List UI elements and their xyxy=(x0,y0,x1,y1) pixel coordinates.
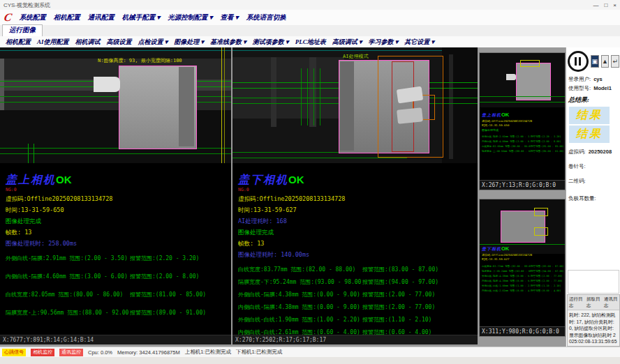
tool-test-params[interactable]: 测试项参数 ▾ xyxy=(253,38,289,47)
menu-comm-config[interactable]: 通讯配置 xyxy=(88,13,115,22)
side-empty-box xyxy=(568,270,619,294)
close-button[interactable]: × xyxy=(613,2,617,8)
tool-spot-check[interactable]: 点检设置 ▾ xyxy=(138,38,168,47)
cell-shade xyxy=(340,61,354,151)
alarm-range: 报警范围:(94.00 - 97.00) xyxy=(531,269,564,273)
camera-name: 盖下相机 xyxy=(238,174,288,185)
control-buttons: ▣ ▲ ↵ xyxy=(566,47,620,75)
memory-usage: Memory: 3424.41796875M xyxy=(117,349,180,356)
measure-line-vertical xyxy=(301,68,302,126)
process-done: 图像处理完成 xyxy=(482,128,559,132)
pixel-coordinate-bar: X:267;Y:13;R:0;G:0;B:0 xyxy=(480,180,565,190)
machine-strut xyxy=(449,54,453,159)
virtual-code-field: 虚拟码: 20250208 xyxy=(566,147,620,156)
app-logo-icon: C xyxy=(3,11,13,24)
camera-name: 盖上相机 xyxy=(482,113,501,118)
pause-icon[interactable] xyxy=(568,51,589,72)
model-field: 使用型号: Model1 xyxy=(566,84,620,93)
measure-label: 外侧白线-隔膜:2.91mm 范围:(2.00 - 3.50) xyxy=(6,255,130,262)
measure-line-vertical xyxy=(313,68,314,126)
tool-ai-config[interactable]: AI使用配置 xyxy=(37,38,69,47)
camera-view-bottom[interactable]: AI处理模式 盖下相机OK NG:0 虚拟码:Offline2025020813… xyxy=(232,47,478,344)
tool-plc-address[interactable]: PLC地址表 xyxy=(295,38,326,47)
alarm-range: 报警范围:(83.00 - 87.00) xyxy=(362,266,438,273)
measure-label: 隔膜宽度-下:95.24mm 范围:(93.00 - 98.00) xyxy=(482,269,531,273)
login-user-field: 登录用户: cys xyxy=(566,75,620,84)
menu-robot-config[interactable]: 机械手配置 ▾ xyxy=(122,13,161,22)
menu-language-switch[interactable]: 系统语言切换 xyxy=(246,13,286,22)
minimize-button[interactable]: — xyxy=(593,2,598,8)
menu-bar: C 系统配置 相机配置 通讯配置 机械手配置 ▾ 光源控制配置 ▾ 查看 ▾ 系… xyxy=(0,10,620,25)
tool-other-settings[interactable]: 其它设置 ▾ xyxy=(404,38,434,47)
frame-count: 帧数: 13 xyxy=(238,240,476,248)
measurement-row: 外侧白线-白线:1.90mm 范围:(1.00 - 2.20) 报警范围:(1.… xyxy=(238,316,476,324)
result-badge-top: 结果 xyxy=(569,107,610,124)
control-sidebar: ▣ ▲ ↵ 登录用户: cys 使用型号: Model1 总结果: 结果 结果 … xyxy=(566,47,620,347)
pixel-coordinate-bar: X:7677;Y:891;R:14;G:14;B:14 xyxy=(0,335,231,344)
login-user-label: 登录用户: xyxy=(568,76,591,82)
menu-camera-config[interactable]: 相机配置 xyxy=(54,13,80,22)
measurement-row: 外侧白线-隔膜:4.38mm 范围:(0.00 - 9.00) 报警范围:(2.… xyxy=(238,291,476,298)
camera-view-top[interactable]: N:图像高度: 93, 最小宽度间隔:100 盖上相机OK NG:0 虚拟码:O… xyxy=(0,47,231,344)
alarm-range: 报警范围:(81.00 - 85.00) xyxy=(531,145,564,149)
bottom-camera-status: 下相机1:已检测完成 xyxy=(236,349,282,356)
measure-line xyxy=(232,158,407,158)
tool-advanced-settings[interactable]: 高级设置 xyxy=(107,38,132,47)
comm-monitor-badge: 通讯监控 xyxy=(59,349,83,356)
menu-view[interactable]: 查看 ▾ xyxy=(220,13,238,22)
connector-part xyxy=(94,77,120,92)
model-label: 使用型号: xyxy=(568,85,591,91)
process-time: 图像处理耗时: 258.00ms xyxy=(6,240,230,248)
process-done: 图像处理完成 xyxy=(6,218,230,226)
status-ok: OK xyxy=(501,112,509,118)
timestamp: 时间:13-31-59-627 xyxy=(238,206,476,215)
return-icon[interactable]: ↵ xyxy=(611,55,619,68)
alarm-range: 报警范围:(1.10 - 2.10) xyxy=(362,316,431,324)
alarm-range: 报警范围:(89.00 - 91.00) xyxy=(531,150,564,153)
login-user-value: cys xyxy=(593,76,603,82)
measure-line xyxy=(480,244,565,245)
tool-baseline-params[interactable]: 基准线参数 ▾ xyxy=(210,38,246,47)
alarm-range: 报警范围:(2.00 - 8.00) xyxy=(531,140,561,144)
menu-light-config[interactable]: 光源控制配置 ▾ xyxy=(168,13,212,22)
camera-image-bottom: AI处理模式 xyxy=(232,47,478,163)
arrow-up-icon[interactable]: ▲ xyxy=(601,55,610,68)
alarm-range: 报警范围:(89.00 - 91.00) xyxy=(130,309,206,317)
log-tab-run[interactable]: 运行日志 xyxy=(569,296,583,309)
log-tab-grab[interactable]: 抓取日志 xyxy=(586,296,600,309)
tool-image-processing[interactable]: 图像处理 ▾ xyxy=(174,38,204,47)
measure-label: 内侧白线-白线:2.61mm 范围:(0.60 - 4.00) xyxy=(482,289,531,292)
virtual-code: 虚拟码:Offline20250208133134728 xyxy=(482,119,559,123)
sub-label: NG:0 xyxy=(6,187,230,192)
tool-camera-config[interactable]: 相机配置 xyxy=(6,38,31,47)
preview-thumbnail-bottom[interactable]: 盖下相机OK 虚拟码:Offline20250208133134728 时间:1… xyxy=(479,199,566,337)
measure-label: 内侧白线-隔膜:4.38mm 范围:(0.00 - 9.00) xyxy=(238,303,362,311)
menu-system-config[interactable]: 系统配置 xyxy=(20,13,46,22)
camera-title: 盖上相机OK xyxy=(6,173,230,188)
machine-shadow xyxy=(442,47,478,163)
measurement-row: 内侧白线-隔膜:4.38mm 范围:(0.00 - 9.00) 报警范围:(2.… xyxy=(238,303,476,311)
alarm-range: 报警范围:(2.20 - 3.20) xyxy=(130,255,199,262)
ruler-mark-yellow xyxy=(520,60,540,67)
log-tab-comm[interactable]: 通讯日志 xyxy=(604,296,618,309)
measure-label: 白线宽度:82.05mm 范围:(80.00 - 86.00) xyxy=(6,291,130,298)
preview-thumbnail-top[interactable]: 盖上相机OK 虚拟码:Offline20250208133134728 时间:1… xyxy=(479,52,566,190)
result-badge-bottom: 结果 xyxy=(569,126,610,143)
alarm-range: 报警范围:(2.00 - 77.00) xyxy=(531,279,563,282)
maximize-button[interactable]: □ xyxy=(604,2,607,8)
measurement-row: 内侧白线-隔膜:4.60mm 范围:(3.00 - 6.00) 报警范围:(2.… xyxy=(6,273,230,280)
tool-advanced-debug[interactable]: 高级调试 ▾ xyxy=(332,38,362,47)
process-time: 图像处理耗时: 140.00ms xyxy=(238,251,476,259)
measure-label: 外侧白线-白线:1.90mm 范围:(1.00 - 2.20) xyxy=(482,284,531,287)
pixel-coordinate-bar: X:270;Y:2502;R:17;G:17;B:17 xyxy=(232,335,478,344)
measurement-rows: 白线宽度:83.77mm 范围:(82.00 - 88.00) 报警范围:(83… xyxy=(238,266,476,336)
camera-trigger-icon[interactable]: ▣ xyxy=(591,55,599,68)
camera-image-top: N:图像高度: 93, 最小宽度间隔:100 xyxy=(0,47,231,163)
tool-camera-debug[interactable]: 相机调试 xyxy=(75,38,101,47)
tab-run-image[interactable]: 运行图像 xyxy=(2,24,43,36)
log-panel: 运行日志 抓取日志 通讯日志 耗时: 222, 缺陷检测耗时: 17, 缺陷分类… xyxy=(567,294,620,347)
tool-learn-params[interactable]: 学习参数 ▾ xyxy=(368,38,398,47)
status-bar: 心跳信号 相机监控 通讯监控 Cpu: 0.0% Memory: 3424.41… xyxy=(0,347,620,357)
log-text: 耗时: 222, 缺陷检测耗时: 17, 缺陷分类耗时: 0, 缺陷提取分区耗时… xyxy=(568,310,619,347)
measure-line xyxy=(480,96,565,97)
